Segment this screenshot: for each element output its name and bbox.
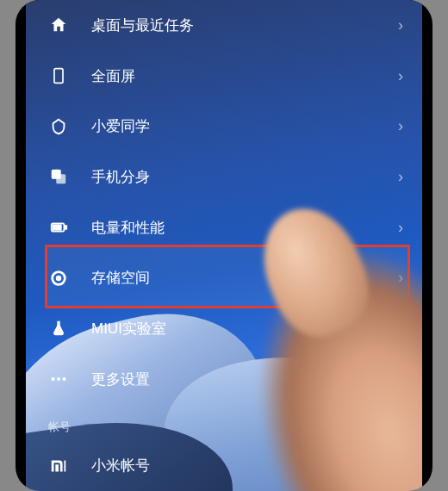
svg-rect-2 xyxy=(56,175,65,184)
home-icon xyxy=(48,15,69,35)
svg-point-9 xyxy=(57,377,60,381)
chevron-right-icon: › xyxy=(398,269,403,287)
storage-icon xyxy=(48,268,69,289)
chevron-right-icon: › xyxy=(398,168,403,186)
mi-logo-icon xyxy=(48,456,69,476)
chevron-right-icon: › xyxy=(398,320,403,338)
settings-item-label: 全面屏 xyxy=(91,66,398,86)
settings-item-label: 桌面与最近任务 xyxy=(91,16,398,35)
svg-point-8 xyxy=(52,377,55,381)
settings-item-label: 电量和性能 xyxy=(91,218,398,238)
phone-frame: 桌面与最近任务 › 全面屏 › 小爱同学 › xyxy=(16,0,432,491)
settings-item-label: 手机分身 xyxy=(91,167,398,187)
chevron-right-icon: › xyxy=(398,16,403,34)
settings-item-label: 存储空间 xyxy=(91,268,398,288)
svg-rect-4 xyxy=(65,226,66,229)
dual-apps-icon xyxy=(48,166,69,187)
settings-item-label: 更多设置 xyxy=(91,370,398,389)
svg-point-7 xyxy=(57,277,60,280)
section-header-account: 帐号 xyxy=(26,404,422,440)
settings-list: 桌面与最近任务 › 全面屏 › 小爱同学 › xyxy=(26,0,422,491)
battery-icon xyxy=(48,217,69,238)
fullscreen-icon xyxy=(48,65,69,86)
screen: 桌面与最近任务 › 全面屏 › 小爱同学 › xyxy=(26,0,422,491)
settings-item-desktop-recent[interactable]: 桌面与最近任务 › xyxy=(26,0,422,51)
xiaoai-icon xyxy=(48,116,69,137)
chevron-right-icon: › xyxy=(398,117,403,135)
svg-rect-5 xyxy=(53,225,61,230)
settings-item-dual-apps[interactable]: 手机分身 › xyxy=(26,152,422,202)
settings-item-miui-lab[interactable]: MIUI实验室 › xyxy=(26,303,422,354)
chevron-right-icon: › xyxy=(398,457,403,475)
lab-icon xyxy=(48,318,69,339)
svg-rect-0 xyxy=(54,69,63,84)
settings-item-xiaoai[interactable]: 小爱同学 › xyxy=(26,101,422,152)
settings-item-battery[interactable]: 电量和性能 › xyxy=(26,202,422,253)
chevron-right-icon: › xyxy=(398,219,403,237)
svg-point-10 xyxy=(62,377,65,381)
chevron-right-icon: › xyxy=(398,370,403,388)
account-id-value: 2678454 xyxy=(339,458,389,473)
chevron-right-icon: › xyxy=(398,67,403,85)
more-icon xyxy=(48,369,69,389)
settings-item-fullscreen[interactable]: 全面屏 › xyxy=(26,51,422,102)
settings-item-label: MIUI实验室 xyxy=(91,319,398,339)
settings-item-label: 小米帐号 xyxy=(91,456,339,475)
settings-item-more[interactable]: 更多设置 › xyxy=(26,354,422,405)
settings-item-mi-account[interactable]: 小米帐号 2678454 › xyxy=(26,440,422,491)
settings-item-label: 小爱同学 xyxy=(91,116,398,136)
settings-item-storage[interactable]: 存储空间 › xyxy=(26,252,422,303)
